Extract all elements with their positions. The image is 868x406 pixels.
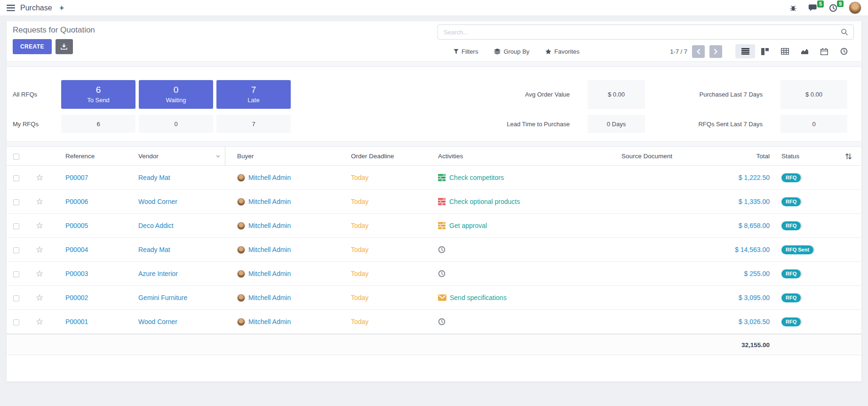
row-checkbox[interactable] (13, 223, 19, 229)
activity-label[interactable]: Check competitors (449, 174, 504, 181)
buyer-link[interactable]: Mitchell Admin (248, 174, 291, 181)
pivot-view-icon[interactable] (775, 44, 795, 58)
table-row[interactable]: ☆ P00003 Azure Interior Mitchell Admin T… (7, 262, 861, 286)
buyer-link[interactable]: Mitchell Admin (248, 246, 291, 253)
my-to-send-value[interactable]: 6 (61, 115, 135, 133)
pager-previous-button[interactable] (692, 45, 705, 58)
vendor-link[interactable]: Gemini Furniture (138, 294, 187, 301)
vendor-link[interactable]: Wood Corner (138, 318, 177, 325)
calendar-view-icon[interactable] (814, 44, 834, 58)
search-bar (438, 24, 854, 40)
user-avatar[interactable] (849, 1, 861, 14)
messages-icon[interactable]: 5 (808, 4, 818, 12)
total-amount: $ 1,222.50 (739, 174, 770, 181)
reference-link[interactable]: P00004 (65, 246, 88, 253)
buyer-link[interactable]: Mitchell Admin (248, 294, 291, 301)
column-header-status[interactable]: Status (777, 153, 836, 160)
total-amount: $ 8,658.00 (739, 222, 770, 229)
column-header-source-document[interactable]: Source Document (585, 153, 709, 160)
favorite-star-icon[interactable]: ☆ (36, 197, 43, 206)
reference-link[interactable]: P00001 (65, 318, 88, 325)
table-row[interactable]: ☆ P00004 Ready Mat Mitchell Admin Today … (7, 238, 861, 262)
search-icon[interactable] (841, 28, 853, 36)
kpi-to-send-button[interactable]: 6 To Send (61, 80, 135, 109)
layers-icon (494, 49, 501, 55)
buyer-link[interactable]: Mitchell Admin (248, 222, 291, 229)
column-header-order-deadline[interactable]: Order Deadline (338, 153, 423, 160)
activity-label[interactable]: Check optional products (449, 198, 520, 205)
debug-bug-icon[interactable] (789, 4, 797, 12)
kanban-view-icon[interactable] (755, 44, 775, 58)
new-tab-button[interactable]: + (60, 4, 64, 12)
favorite-star-icon[interactable]: ☆ (36, 173, 43, 182)
activity-label[interactable]: Send specifications (450, 294, 507, 301)
buyer-link[interactable]: Mitchell Admin (248, 318, 291, 325)
row-checkbox[interactable] (13, 319, 19, 325)
column-header-vendor[interactable]: Vendor (124, 147, 225, 165)
kpi-late-button[interactable]: 7 Late (216, 80, 291, 109)
column-header-total[interactable]: Total (709, 153, 777, 160)
apps-menu-icon[interactable] (7, 5, 15, 11)
pager-next-button[interactable] (709, 45, 722, 58)
activities-clock-icon[interactable]: 9 (829, 4, 837, 12)
select-all-checkbox[interactable] (13, 154, 19, 160)
vendor-link[interactable]: Ready Mat (138, 174, 170, 181)
table-row[interactable]: ☆ P00006 Wood Corner Mitchell Admin Toda… (7, 190, 861, 214)
graph-view-icon[interactable] (795, 44, 814, 58)
vendor-link[interactable]: Azure Interior (138, 270, 178, 277)
activity-email-icon[interactable] (438, 294, 446, 301)
table-row[interactable]: ☆ P00007 Ready Mat Mitchell Admin Today … (7, 166, 861, 190)
search-input[interactable] (438, 29, 841, 36)
messages-count-badge: 5 (817, 0, 824, 8)
activity-icon[interactable] (438, 174, 446, 181)
reference-link[interactable]: P00006 (65, 198, 88, 205)
my-waiting-value[interactable]: 0 (139, 115, 213, 133)
row-checkbox[interactable] (13, 295, 19, 301)
reference-link[interactable]: P00002 (65, 294, 88, 301)
app-name[interactable]: Purchase (20, 4, 52, 12)
column-header-activities[interactable]: Activities (423, 153, 585, 160)
activity-label[interactable]: Get approval (449, 222, 487, 229)
buyer-link[interactable]: Mitchell Admin (248, 198, 291, 205)
table-row[interactable]: ☆ P00002 Gemini Furniture Mitchell Admin… (7, 286, 861, 310)
column-header-reference[interactable]: Reference (54, 153, 124, 160)
filters-button[interactable]: Filters (454, 48, 478, 55)
column-header-buyer[interactable]: Buyer (225, 153, 338, 160)
my-late-value[interactable]: 7 (216, 115, 291, 133)
favorite-star-icon[interactable]: ☆ (36, 221, 43, 230)
avg-order-value: $ 0.00 (588, 80, 645, 109)
status-badge: RFQ Sent (781, 245, 815, 254)
kpi-waiting-button[interactable]: 0 Waiting (139, 80, 213, 109)
reference-link[interactable]: P00007 (65, 174, 88, 181)
table-row[interactable]: ☆ P00001 Wood Corner Mitchell Admin Toda… (7, 310, 861, 334)
sort-chevron-down-icon (216, 155, 220, 158)
list-view-icon[interactable] (735, 44, 755, 58)
favorites-button[interactable]: Favorites (545, 48, 579, 55)
favorite-star-icon[interactable]: ☆ (36, 317, 43, 326)
row-checkbox[interactable] (13, 199, 19, 205)
activity-clock-icon[interactable] (438, 270, 446, 277)
activity-icon[interactable] (438, 198, 446, 205)
activity-clock-icon[interactable] (438, 246, 446, 253)
create-button[interactable]: CREATE (13, 39, 52, 54)
export-button[interactable] (56, 39, 73, 54)
activity-clock-icon[interactable] (438, 318, 446, 325)
row-checkbox[interactable] (13, 271, 19, 277)
reference-link[interactable]: P00003 (65, 270, 88, 277)
favorite-star-icon[interactable]: ☆ (36, 293, 43, 302)
row-checkbox[interactable] (13, 175, 19, 181)
favorite-star-icon[interactable]: ☆ (36, 245, 43, 254)
table-row[interactable]: ☆ P00005 Deco Addict Mitchell Admin Toda… (7, 214, 861, 238)
reference-link[interactable]: P00005 (65, 222, 88, 229)
vendor-link[interactable]: Wood Corner (138, 198, 177, 205)
optional-columns-icon[interactable] (845, 153, 852, 160)
favorite-star-icon[interactable]: ☆ (36, 269, 43, 278)
group-by-button[interactable]: Group By (494, 48, 529, 55)
activity-view-icon[interactable] (834, 44, 854, 58)
buyer-link[interactable]: Mitchell Admin (248, 270, 291, 277)
row-checkbox[interactable] (13, 247, 19, 253)
vendor-link[interactable]: Ready Mat (138, 246, 170, 253)
activity-icon[interactable] (438, 222, 446, 229)
purchased-last-7-days-value: $ 0.00 (780, 80, 847, 109)
vendor-link[interactable]: Deco Addict (138, 222, 174, 229)
